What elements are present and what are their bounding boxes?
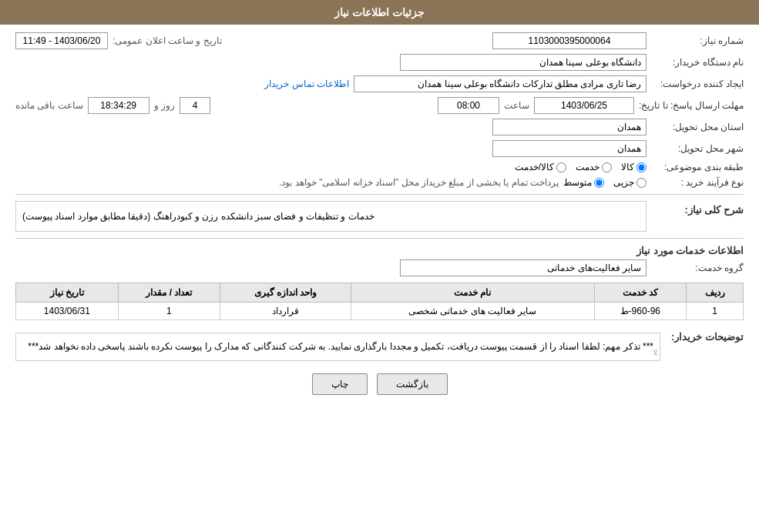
- divider-2: [15, 238, 744, 239]
- baqi-label: ساعت باقی مانده: [15, 100, 83, 111]
- nam-dastgah-row: نام دستگاه خریدار:: [15, 54, 744, 71]
- datetime-label: تاریخ و ساعت اعلان عمومی:: [113, 35, 222, 46]
- nam-dastgah-label: نام دستگاه خریدار:: [651, 57, 744, 68]
- shahr-label: شهر محل تحویل:: [651, 143, 744, 154]
- noe-farayand-note: پرداخت تمام یا بخشی از مبلغ خریداز محل "…: [279, 177, 559, 188]
- print-button[interactable]: چاپ: [312, 373, 368, 395]
- mohlat-date-input[interactable]: [534, 97, 634, 114]
- tabaqe-khadamat-label: خدمت: [576, 162, 599, 172]
- tabaqe-kala-khadamat-radio[interactable]: [556, 162, 566, 172]
- shahr-row: شهر محل تحویل:: [15, 140, 744, 157]
- noe-farayand-row: نوع فرآیند خرید : جزیی متوسط پرداخت تمام…: [15, 177, 744, 188]
- sharh-label: شرح کلی نیاز:: [651, 201, 744, 216]
- col-radif: ردیف: [687, 283, 744, 303]
- noe-farayand-radio-group: جزیی متوسط: [563, 177, 646, 188]
- buttons-row: بازگشت چاپ: [15, 373, 744, 395]
- ostan-input[interactable]: [492, 119, 646, 136]
- grohe-row: گروه خدمت:: [15, 259, 744, 276]
- cell-tarikh: 1403/06/31: [16, 303, 119, 320]
- divider-1: [15, 194, 744, 195]
- ostan-label: استان محل تحویل:: [651, 122, 744, 132]
- noe-jozi-option[interactable]: جزیی: [613, 177, 646, 188]
- col-tedad: تعداد / مقدار: [118, 283, 220, 303]
- buyer-note-section: توضیحات خریدار: *** تذکر مهم: لطفا اسناد…: [15, 328, 744, 361]
- cell-kod: 960-96-ط: [594, 303, 686, 320]
- ejad-konande-row: ایجاد کننده درخواست: اطلاعات تماس خریدار: [15, 75, 744, 92]
- shomare-niaz-label: شماره نیاز:: [651, 35, 744, 46]
- noe-motevaset-option[interactable]: متوسط: [563, 177, 604, 188]
- ejad-konande-input[interactable]: [354, 75, 646, 92]
- sharh-box: خدمات و تنظیفات و فضای سبز دانشکده رزن و…: [15, 201, 646, 232]
- col-kod: کد خدمت: [594, 283, 686, 303]
- tabaqe-khadamat-option[interactable]: خدمت: [576, 162, 612, 172]
- roz-label: روز و: [154, 100, 175, 111]
- tabaqe-kala-label: کالا: [621, 162, 634, 172]
- cell-vahed: قرارداد: [220, 303, 351, 320]
- mohlat-baqi-input[interactable]: [88, 97, 149, 114]
- cell-tedad: 1: [118, 303, 220, 320]
- services-section: ردیف کد خدمت نام خدمت واحد اندازه گیری ت…: [15, 283, 744, 320]
- cell-nam: سایر فعالیت های خدماتی شخصی: [351, 303, 595, 320]
- tabaqe-kala-radio[interactable]: [636, 162, 646, 172]
- khadamat-title: اطلاعات خدمات مورد نیاز: [15, 245, 744, 256]
- noe-farayand-label: نوع فرآیند خرید :: [651, 177, 744, 188]
- tabaqe-label: طبقه بندی موضوعی:: [651, 162, 744, 172]
- nam-dastgah-input[interactable]: [400, 54, 646, 71]
- noe-jozi-label: جزیی: [613, 177, 634, 188]
- shomare-niaz-row: شماره نیاز: تاریخ و ساعت اعلان عمومی:: [15, 32, 744, 49]
- page-header: جزئیات اطلاعات نیاز: [0, 0, 759, 25]
- shomare-niaz-input[interactable]: [492, 32, 646, 49]
- cell-radif: 1: [687, 303, 744, 320]
- tabaqe-radio-group: کالا خدمت کالا/خدمت: [515, 162, 646, 172]
- tamas-khardar-link[interactable]: اطلاعات تماس خریدار: [264, 79, 349, 89]
- tabaqe-kala-khadamat-option[interactable]: کالا/خدمت: [515, 162, 566, 172]
- tabaqe-kala-khadamat-label: کالا/خدمت: [515, 162, 554, 172]
- services-table: ردیف کد خدمت نام خدمت واحد اندازه گیری ت…: [15, 283, 744, 320]
- ostan-row: استان محل تحویل:: [15, 119, 744, 136]
- col-vahed: واحد اندازه گیری: [220, 283, 351, 303]
- col-tarikh: تاریخ نیاز: [16, 283, 119, 303]
- mohlat-label: مهلت ارسال پاسخ: تا تاریخ:: [639, 100, 744, 111]
- tabaqe-row: طبقه بندی موضوعی: کالا خدمت کالا/خدمت: [15, 162, 744, 172]
- grohe-input[interactable]: [400, 259, 646, 276]
- resize-icon: ⊻: [653, 346, 658, 359]
- back-button[interactable]: بازگشت: [377, 373, 448, 395]
- shahr-input[interactable]: [492, 140, 646, 157]
- saat-label: ساعت: [504, 100, 529, 111]
- table-header-row: ردیف کد خدمت نام خدمت واحد اندازه گیری ت…: [16, 283, 744, 303]
- tabaqe-khadamat-radio[interactable]: [602, 162, 612, 172]
- noe-motevaset-radio[interactable]: [594, 178, 604, 188]
- sharh-row: شرح کلی نیاز: خدمات و تنظیفات و فضای سبز…: [15, 201, 744, 232]
- mohlat-roz-input[interactable]: [180, 97, 210, 114]
- ejad-konande-label: ایجاد کننده درخواست:: [651, 79, 744, 89]
- note-label: توضیحات خریدار:: [667, 328, 744, 343]
- sharh-value: خدمات و تنظیفات و فضای سبز دانشکده رزن و…: [22, 211, 374, 222]
- mohlat-row: مهلت ارسال پاسخ: تا تاریخ: ساعت روز و سا…: [15, 97, 744, 114]
- datetime-input[interactable]: [15, 32, 108, 49]
- note-value: *** تذکر مهم: لطفا اسناد را از قسمت پیوس…: [28, 341, 653, 352]
- noe-motevaset-label: متوسط: [563, 177, 592, 188]
- note-box: *** تذکر مهم: لطفا اسناد را از قسمت پیوس…: [15, 333, 660, 361]
- mohlat-saat-input[interactable]: [438, 97, 499, 114]
- noe-jozi-radio[interactable]: [636, 178, 646, 188]
- table-row: 1 960-96-ط سایر فعالیت های خدماتی شخصی ق…: [16, 303, 744, 320]
- col-nam: نام خدمت: [351, 283, 595, 303]
- page-title: جزئیات اطلاعات نیاز: [334, 6, 425, 18]
- grohe-label: گروه خدمت:: [651, 263, 744, 273]
- tabaqe-kala-option[interactable]: کالا: [621, 162, 646, 172]
